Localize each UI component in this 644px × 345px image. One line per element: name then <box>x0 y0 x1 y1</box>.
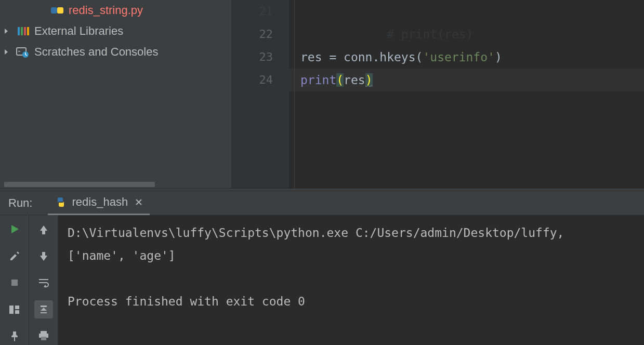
code-line-current[interactable]: print(res) <box>289 69 644 91</box>
svg-rect-13 <box>41 331 47 334</box>
run-toolwindow-title: Run: <box>8 196 32 210</box>
project-sidebar: redis_string.py External Lib <box>0 0 232 188</box>
layout-button[interactable] <box>5 301 24 319</box>
print-button[interactable] <box>34 327 53 345</box>
python-file-icon <box>50 5 64 16</box>
run-toolwindow: Run: redis_hash <box>0 191 644 345</box>
stop-button[interactable] <box>5 274 24 291</box>
svg-rect-15 <box>41 337 46 340</box>
tree-node-external-libraries[interactable]: External Libraries <box>0 21 231 42</box>
run-tab-label: redis_hash <box>72 195 128 209</box>
code-line[interactable]: # print(res) <box>289 0 644 23</box>
chevron-right-icon <box>3 49 14 55</box>
indent-guide <box>294 0 295 188</box>
gutter-line-number: 21 <box>232 0 273 23</box>
scroll-to-end-button[interactable] <box>34 300 53 319</box>
run-tab-redis-hash[interactable]: redis_hash <box>48 191 150 215</box>
pin-button[interactable] <box>5 327 24 345</box>
gutter-line-number: 24 <box>232 69 273 91</box>
svg-rect-4 <box>24 27 26 35</box>
close-icon[interactable] <box>135 198 142 206</box>
svg-rect-12 <box>15 310 19 314</box>
editor-gutter: 21 22 23 24 <box>232 0 289 188</box>
chevron-right-icon <box>3 28 14 34</box>
tree-node-label: Scratches and Consoles <box>34 45 158 59</box>
gutter-line-number: 22 <box>232 23 273 46</box>
gutter-line-number: 23 <box>232 46 273 69</box>
svg-rect-2 <box>18 27 20 35</box>
code-editor[interactable]: 21 22 23 24 # print(res) res = conn.hkey… <box>232 0 644 188</box>
svg-rect-0 <box>51 7 57 14</box>
tree-file-label: redis_string.py <box>69 4 143 17</box>
python-icon <box>55 196 67 208</box>
rerun-button[interactable] <box>5 220 24 238</box>
external-libraries-icon <box>16 25 30 37</box>
console-line: D:\Virtualenvs\luffy\Scripts\python.exe … <box>68 226 564 240</box>
soft-wrap-button[interactable] <box>34 273 53 291</box>
up-stack-button[interactable] <box>34 220 53 238</box>
run-left-toolbar <box>0 215 29 345</box>
svg-rect-1 <box>57 7 63 14</box>
edit-configuration-button[interactable] <box>5 247 24 265</box>
svg-rect-10 <box>9 306 14 314</box>
sidebar-horizontal-scrollbar[interactable] <box>0 180 231 188</box>
tree-node-label: External Libraries <box>34 24 123 38</box>
console-line: Process finished with exit code 0 <box>68 295 305 308</box>
run-secondary-toolbar <box>29 215 58 345</box>
svg-rect-7 <box>18 51 20 52</box>
svg-rect-11 <box>15 306 19 309</box>
svg-rect-5 <box>27 27 29 35</box>
svg-rect-3 <box>21 27 23 35</box>
tree-node-scratches[interactable]: Scratches and Consoles <box>0 42 231 62</box>
run-console[interactable]: D:\Virtualenvs\luffy\Scripts\python.exe … <box>58 215 644 345</box>
run-tab-bar: Run: redis_hash <box>0 191 644 215</box>
scrollbar-thumb[interactable] <box>4 182 155 187</box>
scratches-icon <box>16 46 30 58</box>
down-stack-button[interactable] <box>34 247 53 265</box>
svg-rect-9 <box>11 280 18 286</box>
tree-file-redis-string[interactable]: redis_string.py <box>0 0 231 21</box>
console-line: ['name', 'age'] <box>68 249 176 262</box>
